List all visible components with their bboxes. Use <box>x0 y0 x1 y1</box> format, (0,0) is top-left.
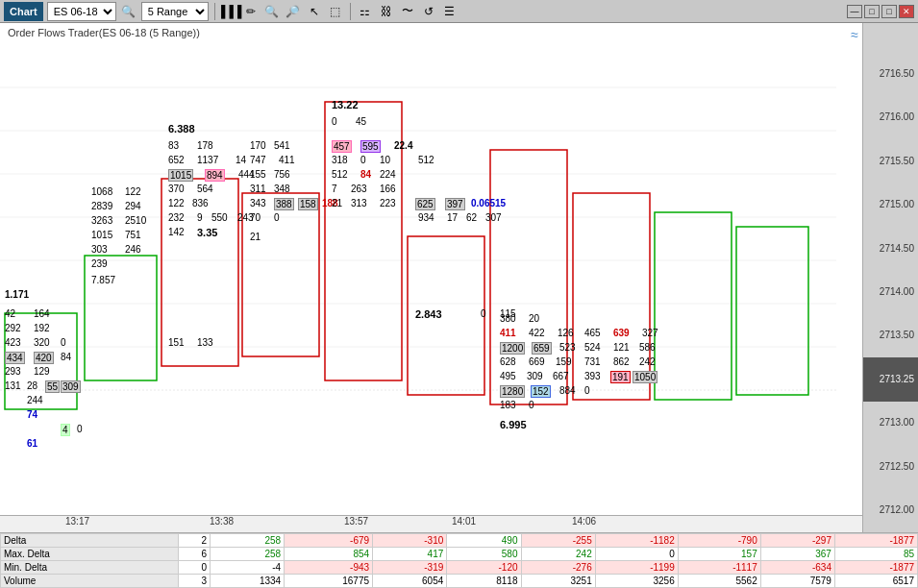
search-icon[interactable]: 🔍 <box>120 3 137 20</box>
val-c5-318: 318 <box>332 155 348 165</box>
columns-icon[interactable]: ⚏ <box>357 3 374 20</box>
minimize-button[interactable]: — <box>847 5 862 18</box>
val-857: 7.857 <box>91 275 115 285</box>
val-c4-0: 0 <box>274 212 280 223</box>
close-button[interactable]: ✕ <box>899 5 914 18</box>
val-c8-524: 524 <box>584 342 601 353</box>
val-c6-0065: 0.06515 <box>471 198 506 208</box>
val-c7-159: 159 <box>556 356 572 367</box>
val-c8-327: 327 <box>642 328 658 338</box>
zoom-in-icon[interactable]: 🔍 <box>263 3 281 20</box>
price-2715-00: 2715.00 <box>863 183 918 226</box>
val-c5-313: 313 <box>351 198 367 208</box>
stats-maxdelta-7: 157 <box>678 548 760 561</box>
pencil-icon[interactable]: ✏ <box>242 3 260 20</box>
stats-row-delta: Delta 2 258 -679 -310 490 -255 -1182 -79… <box>1 534 918 548</box>
price-2712-50: 2712.50 <box>863 445 918 488</box>
val-c4-21: 21 <box>250 232 261 242</box>
val-c7-628: 628 <box>500 356 516 367</box>
val-c3-9: 9 <box>197 212 203 223</box>
val-c2-1015: 1015 <box>91 230 112 240</box>
val-c6-934: 934 <box>418 212 434 223</box>
cursor-icon[interactable]: ↖ <box>306 3 323 20</box>
chart-button[interactable]: Chart <box>4 2 43 21</box>
value-131: 131 <box>5 380 21 391</box>
time-label-1338: 13:38 <box>210 516 234 527</box>
val-c2-294: 294 <box>125 201 141 211</box>
svg-rect-15 <box>573 193 650 400</box>
stats-maxdelta-5: 242 <box>521 548 595 561</box>
val-c2-239: 239 <box>91 258 108 269</box>
wave-icon[interactable]: 〜 <box>399 3 416 20</box>
val-c8-862: 862 <box>613 356 630 367</box>
val-c2-751: 751 <box>125 230 141 240</box>
val-c8-731: 731 <box>584 356 601 367</box>
val-c5-457: 457 <box>332 140 352 153</box>
value-434: 434 <box>5 352 25 364</box>
chart-svg <box>0 44 862 532</box>
val-c7-309: 309 <box>527 371 543 381</box>
stats-mindelta-4: -120 <box>447 561 521 575</box>
time-label-1357: 13:57 <box>344 516 368 527</box>
price-2713-25: 2713.25 <box>863 357 918 401</box>
val-c8-393: 393 <box>584 371 601 381</box>
val-83: 83 <box>168 140 179 151</box>
stats-volume-5: 3251 <box>521 575 595 588</box>
stats-mindelta-9: -1877 <box>834 561 917 575</box>
chart-canvas[interactable]: Order Flows Trader(ES 06-18 (5 Range)) ≈ <box>0 23 862 532</box>
price-2715-50: 2715.50 <box>863 139 918 183</box>
maximize-button[interactable]: □ <box>881 5 897 18</box>
value-192: 192 <box>34 323 50 333</box>
val-c6-307: 307 <box>485 212 502 223</box>
app-container: Chart ES 06-18 🔍 5 Range ▐▐▐ ✏ 🔍 🔎 ↖ ⬚ ⚏… <box>0 0 918 588</box>
time-label-1401: 14:01 <box>452 516 476 527</box>
range-select[interactable]: 5 Range <box>141 2 209 21</box>
val-c7-380: 380 <box>500 313 516 324</box>
stats-volume-6: 3256 <box>595 575 678 588</box>
val-652: 652 <box>168 155 185 165</box>
bar-chart-icon[interactable]: ▐▐▐ <box>221 3 238 20</box>
stats-mindelta-1: -4 <box>210 561 284 575</box>
price-scale: 2716.50 2716.00 2715.50 2715.00 2714.50 … <box>862 23 918 532</box>
time-label-1406: 14:06 <box>572 516 596 527</box>
stats-volume-7: 5562 <box>678 575 760 588</box>
val-c6-100: 512 <box>418 155 434 165</box>
svg-rect-17 <box>736 227 808 395</box>
val-c5-10: 10 <box>380 155 390 165</box>
value-293: 293 <box>5 366 21 377</box>
stats-mindelta-8: -634 <box>760 561 834 575</box>
val-c7-659: 659 <box>532 342 552 355</box>
stats-maxdelta-2: 854 <box>285 548 373 561</box>
value-61: 61 <box>27 438 37 449</box>
stats-delta-3: -310 <box>373 534 447 548</box>
screenshot-icon[interactable]: ⬚ <box>327 3 344 20</box>
val-c7-20: 20 <box>529 313 539 324</box>
val-c7-667: 667 <box>553 371 569 381</box>
refresh-icon[interactable]: ↺ <box>420 3 437 20</box>
val-c5-0: 0 <box>332 116 337 127</box>
val-2843: 2.843 <box>415 308 442 320</box>
svg-rect-16 <box>655 212 732 400</box>
restore-button[interactable]: □ <box>864 5 880 18</box>
stats-maxdelta-6: 0 <box>595 548 678 561</box>
val-c6-17: 17 <box>447 212 458 223</box>
value-74: 74 <box>27 409 37 420</box>
symbol-select[interactable]: ES 06-18 <box>47 2 116 21</box>
link-icon[interactable]: ⛓ <box>378 3 395 20</box>
price-2714-00: 2714.00 <box>863 270 918 313</box>
time-label-1317: 13:17 <box>65 516 89 527</box>
val-c5-166: 166 <box>380 184 396 194</box>
zoom-out-icon[interactable]: 🔎 <box>285 3 302 20</box>
stats-delta-0: 2 <box>178 534 210 548</box>
list-icon[interactable]: ☰ <box>441 3 459 20</box>
stats-delta-6: -1182 <box>595 534 678 548</box>
val-c4-70: 70 <box>250 212 261 223</box>
value-55: 55 <box>45 380 60 393</box>
val-c3-142: 142 <box>168 227 185 237</box>
val-c5-224: 22.4 <box>394 140 412 151</box>
val-c5-224b: 224 <box>380 169 396 180</box>
stats-delta-7: -790 <box>678 534 760 548</box>
val-c4-311: 311 <box>250 184 266 194</box>
val-c4-756: 756 <box>274 169 290 180</box>
stats-delta-4: 490 <box>447 534 521 548</box>
